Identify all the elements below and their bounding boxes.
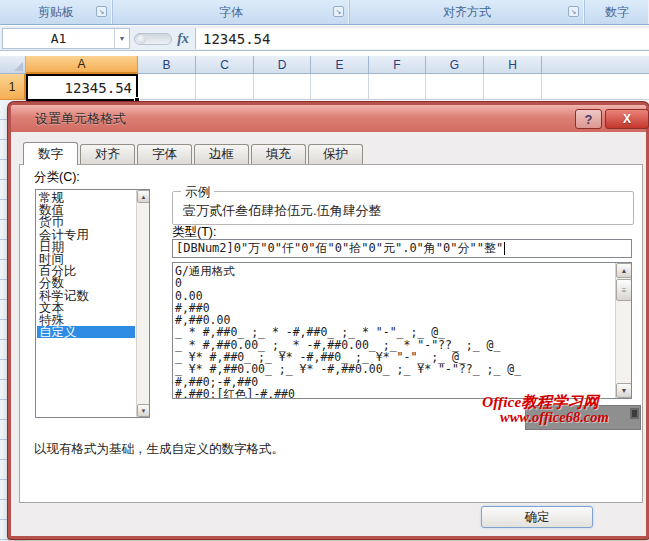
formula-bar-resizer[interactable]	[134, 33, 172, 45]
tab-protection[interactable]: 保护	[308, 144, 363, 164]
column-header-h[interactable]: H	[484, 56, 542, 74]
ribbon-group-label: 字体	[219, 4, 243, 21]
ribbon-group-label: 对齐方式	[443, 4, 491, 21]
excel-window: 剪贴板 ↘ 字体 ↘ 对齐方式 ↘ 数字 A1 ▼ fx 12345.54 A …	[0, 0, 649, 541]
ribbon-group-label: 剪贴板	[38, 4, 74, 21]
name-box[interactable]: A1 ▼	[2, 28, 130, 49]
dialog-tab-strip: 数字 对齐 字体 边框 填充 保护	[23, 142, 365, 164]
category-scrollbar[interactable]: ▲ ▼	[136, 190, 149, 417]
ribbon-group-font: 字体 ↘	[113, 0, 350, 24]
ribbon-group-number: 数字	[585, 0, 649, 24]
format-type-option[interactable]: 0.00	[175, 290, 613, 302]
category-items: 常规 数值 货币 会计专用 日期 时间 百分比 分数 科学记数 文本 特殊 自定…	[37, 192, 135, 338]
cell-g1[interactable]	[426, 74, 484, 100]
number-tab-panel: 分类(C): 常规 数值 货币 会计专用 日期 时间 百分比 分数 科学记数 文…	[19, 164, 643, 503]
column-header-filler	[542, 56, 649, 74]
cell-e1[interactable]	[311, 74, 369, 100]
sheet-row-1: 1 12345.54	[0, 74, 649, 100]
cell-c1[interactable]	[196, 74, 254, 100]
format-type-option[interactable]: #,##0;[红色]-#,##0	[175, 388, 613, 399]
ribbon-group-label: 数字	[605, 4, 629, 21]
name-box-value: A1	[3, 31, 114, 46]
format-code-text: [DBNum2]0"万"0"仟"0"佰"0"拾"0"元".0"角"0"分""整"	[176, 240, 503, 257]
delete-button[interactable]: 删除(D)	[559, 406, 632, 426]
category-item-selected[interactable]: 自定义	[37, 326, 135, 338]
column-header-g[interactable]: G	[426, 56, 484, 74]
select-all-corner[interactable]	[0, 56, 26, 74]
dialog-footer: 确定	[11, 498, 646, 536]
example-groupbox: 示例 壹万贰仟叁佰肆拾伍元.伍角肆分整	[172, 191, 634, 225]
column-header-a[interactable]: A	[26, 56, 138, 74]
text-caret	[504, 242, 505, 255]
close-button[interactable]: X	[605, 109, 649, 129]
dialog-title: 设置单元格格式	[35, 110, 126, 128]
category-label: 分类(C):	[34, 169, 80, 186]
column-header-f[interactable]: F	[369, 56, 426, 74]
cell-filler	[542, 74, 649, 100]
formula-bar: A1 ▼ fx 12345.54	[0, 26, 649, 51]
example-value: 壹万贰仟叁佰肆拾伍元.伍角肆分整	[183, 202, 382, 220]
active-cell-a1[interactable]: 12345.54	[26, 74, 138, 101]
tab-number[interactable]: 数字	[23, 142, 78, 165]
dialog-description: 以现有格式为基础，生成自定义的数字格式。	[34, 441, 284, 458]
format-type-option[interactable]: _ ¥* #,##0.00_ ;_ ¥* -#,##0.00_ ;_ ¥* "-…	[175, 363, 613, 375]
scrollbar-up-icon[interactable]: ▲	[616, 263, 632, 278]
tab-alignment[interactable]: 对齐	[80, 144, 135, 164]
ok-button[interactable]: 确定	[481, 506, 593, 528]
category-listbox[interactable]: 常规 数值 货币 会计专用 日期 时间 百分比 分数 科学记数 文本 特殊 自定…	[35, 189, 150, 418]
example-label: 示例	[181, 184, 214, 201]
column-header-row: A B C D E F G H	[0, 56, 649, 74]
name-box-dropdown-icon[interactable]: ▼	[114, 29, 129, 48]
category-item[interactable]: 科学记数	[37, 290, 135, 302]
column-header-e[interactable]: E	[311, 56, 369, 74]
dialog-launcher-icon[interactable]: ↘	[333, 6, 344, 17]
format-cells-dialog: 设置单元格格式 ? X 数字 对齐 字体 边框 填充 保护 分类(C): 常规 …	[8, 102, 649, 539]
dialog-title-bar[interactable]: 设置单元格格式 ? X	[11, 105, 646, 132]
cell-h1[interactable]	[484, 74, 542, 100]
scrollbar-thumb[interactable]: ≡	[616, 279, 632, 301]
scrollbar-down-icon[interactable]: ▼	[616, 383, 632, 398]
category-item[interactable]: 会计专用	[37, 229, 135, 241]
scrollbar-up-icon[interactable]: ▲	[137, 190, 150, 203]
row-header-1[interactable]: 1	[0, 74, 26, 100]
category-item[interactable]: 货币	[37, 216, 135, 228]
ribbon-group-alignment: 对齐方式 ↘	[350, 0, 585, 24]
dialog-launcher-icon[interactable]: ↘	[568, 6, 579, 17]
format-type-option[interactable]: G/通用格式	[175, 265, 613, 277]
tab-fill[interactable]: 填充	[251, 144, 306, 164]
column-header-d[interactable]: D	[254, 56, 311, 74]
tab-font[interactable]: 字体	[137, 144, 192, 164]
select-all-triangle-icon	[14, 62, 23, 71]
format-type-items: G/通用格式 0 0.00 #,##0 #,##0.00 _ * #,##0_ …	[175, 265, 613, 399]
format-type-option[interactable]: #,##0	[175, 302, 613, 314]
insert-function-button[interactable]: fx	[173, 28, 193, 49]
format-type-listbox[interactable]: G/通用格式 0 0.00 #,##0 #,##0.00 _ * #,##0_ …	[172, 262, 632, 399]
ribbon-group-clipboard: 剪贴板 ↘	[0, 0, 113, 24]
cell-d1[interactable]	[254, 74, 311, 100]
format-type-option[interactable]: 0	[175, 277, 613, 289]
help-button[interactable]: ?	[575, 109, 602, 129]
column-header-c[interactable]: C	[196, 56, 254, 74]
format-code-input[interactable]: [DBNum2]0"万"0"仟"0"佰"0"拾"0"元".0"角"0"分""整"	[172, 239, 632, 258]
format-type-option[interactable]: _ * #,##0_ ;_ * -#,##0_ ;_ * "-"_ ;_ @_	[175, 326, 613, 338]
dialog-launcher-icon[interactable]: ↘	[96, 6, 107, 17]
tab-border[interactable]: 边框	[194, 144, 249, 164]
column-header-b[interactable]: B	[138, 56, 196, 74]
ribbon-group-strip: 剪贴板 ↘ 字体 ↘ 对齐方式 ↘ 数字	[0, 0, 649, 25]
scrollbar-down-icon[interactable]: ▼	[137, 404, 150, 417]
formula-input[interactable]: 12345.54	[196, 28, 649, 49]
category-item[interactable]: 分数	[37, 277, 135, 289]
cell-b1[interactable]	[138, 74, 196, 100]
cell-f1[interactable]	[369, 74, 426, 100]
format-type-scrollbar[interactable]: ▲ ≡ ▼	[615, 263, 631, 398]
